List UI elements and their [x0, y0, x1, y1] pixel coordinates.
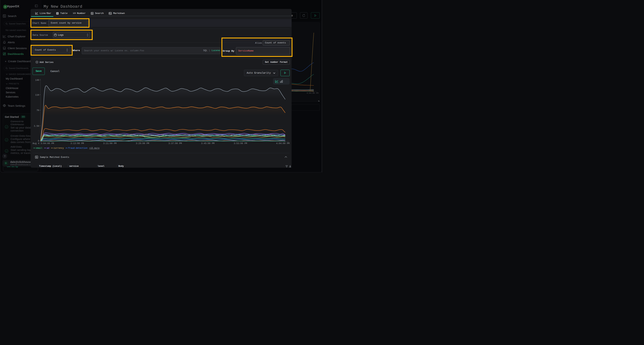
svg-text:7K: 7K — [36, 109, 39, 112]
svg-text:3:29:00 PM: 3:29:00 PM — [136, 142, 149, 145]
svg-text:ad: ad — [47, 147, 49, 149]
svg-text:3:13:00 PM: 3:13:00 PM — [70, 142, 84, 145]
svg-text:3.5K: 3.5K — [34, 125, 39, 127]
svg-text:+15 more: +15 more — [89, 147, 100, 149]
svg-text:currency: currency — [54, 147, 64, 149]
svg-text:0: 0 — [38, 140, 39, 142]
svg-text:3:45:00 PM: 3:45:00 PM — [201, 142, 214, 145]
svg-text:3:53:00 PM: 3:53:00 PM — [234, 142, 247, 145]
svg-text:3:21:00 PM: 3:21:00 PM — [103, 142, 116, 145]
svg-text:fraud-detection: fraud-detection — [68, 147, 88, 149]
svg-text:email: email — [36, 147, 42, 149]
svg-text:Aug 4 3:04:00 PM: Aug 4 3:04:00 PM — [32, 142, 54, 145]
svg-text:3:37:00 PM: 3:37:00 PM — [168, 142, 182, 145]
svg-text:14K: 14K — [35, 79, 39, 81]
svg-text:4:04:00 PM: 4:04:00 PM — [276, 142, 290, 145]
svg-text:11K: 11K — [35, 94, 39, 96]
